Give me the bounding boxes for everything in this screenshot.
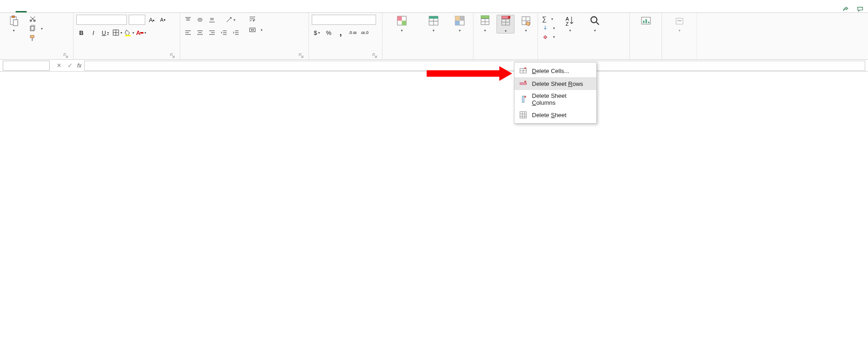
- comma-format-icon[interactable]: ,: [336, 28, 346, 38]
- svg-rect-36: [648, 22, 649, 23]
- cell-styles-icon: [454, 15, 466, 27]
- percent-format-icon[interactable]: %: [324, 28, 334, 38]
- format-painter-button[interactable]: [28, 34, 44, 42]
- svg-rect-1: [12, 16, 15, 17]
- svg-marker-44: [427, 66, 512, 72]
- bold-button[interactable]: B: [76, 28, 86, 38]
- clear-button[interactable]: ▾: [541, 33, 556, 40]
- delete-cells-mini-icon: [519, 67, 527, 72]
- align-middle-icon[interactable]: [195, 15, 205, 25]
- format-painter-icon: [29, 34, 36, 42]
- svg-point-32: [591, 17, 597, 23]
- svg-rect-34: [643, 21, 644, 23]
- number-dialog-launcher[interactable]: [372, 53, 377, 58]
- fx-icon[interactable]: fx: [76, 62, 84, 69]
- svg-text:.0: .0: [365, 30, 369, 35]
- merge-center-button[interactable]: ▾: [247, 26, 264, 34]
- tab-formulas[interactable]: [49, 9, 60, 12]
- accounting-format-icon[interactable]: $▾: [312, 28, 322, 38]
- font-size-select[interactable]: [129, 15, 145, 25]
- share-button[interactable]: [842, 6, 851, 12]
- svg-rect-35: [645, 19, 646, 23]
- tab-data[interactable]: [60, 9, 71, 12]
- align-right-icon[interactable]: [207, 28, 217, 38]
- align-bottom-icon[interactable]: [207, 15, 217, 25]
- font-dialog-launcher[interactable]: [170, 53, 175, 58]
- conditional-formatting-button[interactable]: ▾: [385, 15, 418, 33]
- decrease-font-icon[interactable]: A▾: [158, 15, 167, 24]
- cut-button[interactable]: [28, 15, 44, 23]
- svg-rect-38: [677, 20, 681, 21]
- svg-rect-17: [397, 16, 402, 21]
- delete-cells-button[interactable]: ▾: [497, 15, 514, 34]
- svg-rect-8: [32, 38, 33, 41]
- clipboard-dialog-launcher[interactable]: [63, 53, 69, 58]
- svg-rect-23: [460, 16, 464, 21]
- format-as-table-button[interactable]: ▾: [421, 15, 446, 33]
- copy-button[interactable]: ▾: [28, 24, 44, 33]
- wrap-text-button[interactable]: [247, 15, 264, 23]
- sensitivity-button[interactable]: ▾: [668, 15, 691, 33]
- paste-icon: [8, 15, 20, 27]
- cell-styles-button[interactable]: ▾: [449, 15, 470, 33]
- menu-delete-cells[interactable]: Delete Cells...: [514, 64, 596, 72]
- paste-button[interactable]: ▾: [3, 15, 25, 33]
- conditional-formatting-icon: [396, 15, 408, 27]
- tab-help[interactable]: [104, 9, 115, 12]
- underline-button[interactable]: U▾: [100, 28, 110, 38]
- format-as-table-icon: [428, 15, 440, 27]
- tab-file[interactable]: [5, 9, 16, 12]
- name-box[interactable]: [3, 61, 50, 71]
- align-center-icon[interactable]: [195, 28, 205, 38]
- sort-filter-button[interactable]: AZ ▾: [559, 15, 581, 33]
- fill-button[interactable]: ▾: [541, 24, 556, 32]
- font-color-button[interactable]: A▾: [136, 28, 146, 38]
- ribbon-tabs: [0, 0, 868, 13]
- autosum-button[interactable]: ∑ ▾: [541, 15, 556, 23]
- delete-cells-icon: [500, 15, 512, 27]
- borders-button[interactable]: ▾: [112, 28, 122, 38]
- increase-indent-icon[interactable]: [231, 28, 241, 38]
- tab-home[interactable]: [16, 7, 27, 12]
- italic-button[interactable]: I: [88, 28, 98, 38]
- align-left-icon[interactable]: [183, 28, 193, 38]
- format-cells-icon: [520, 15, 532, 27]
- svg-rect-18: [402, 21, 406, 25]
- svg-text:.00: .00: [352, 31, 357, 34]
- insert-cells-button[interactable]: ▾: [476, 15, 494, 33]
- enter-formula-icon[interactable]: ✓: [65, 61, 74, 70]
- tab-developer[interactable]: [93, 9, 104, 12]
- increase-font-icon[interactable]: A▴: [147, 15, 156, 24]
- analyze-data-button[interactable]: [635, 15, 657, 28]
- format-cells-button[interactable]: ▾: [517, 15, 535, 33]
- sigma-icon: ∑: [542, 15, 547, 23]
- fill-color-button[interactable]: ▾: [124, 28, 134, 38]
- comments-button[interactable]: [857, 6, 865, 12]
- tab-view[interactable]: [82, 9, 93, 12]
- find-select-button[interactable]: ▾: [584, 15, 606, 33]
- svg-text:Z: Z: [565, 21, 569, 27]
- tab-insert[interactable]: [27, 9, 38, 12]
- share-icon: [842, 6, 849, 12]
- font-name-select[interactable]: [76, 15, 127, 25]
- tab-review[interactable]: [71, 9, 82, 12]
- svg-rect-2: [13, 20, 18, 26]
- svg-text:.0: .0: [348, 30, 352, 35]
- ribbon: ▾ ▾: [0, 13, 868, 60]
- clear-icon: [542, 34, 548, 40]
- increase-decimal-icon[interactable]: .0.00: [348, 28, 358, 38]
- number-format-select[interactable]: [312, 15, 376, 25]
- svg-rect-37: [676, 18, 683, 24]
- decrease-decimal-icon[interactable]: .00.0: [360, 28, 370, 38]
- analyze-icon: [640, 15, 652, 27]
- alignment-dialog-launcher[interactable]: [298, 53, 304, 58]
- cancel-formula-icon[interactable]: ✕: [54, 61, 63, 70]
- delete-dropdown-menu: Delete Cells... Delete Sheet Rows Delete…: [514, 62, 597, 72]
- svg-text:.00: .00: [360, 31, 365, 34]
- decrease-indent-icon[interactable]: [219, 28, 229, 38]
- orientation-icon[interactable]: ▾: [225, 15, 235, 25]
- wrap-text-icon: [249, 15, 256, 23]
- comment-icon: [857, 6, 863, 12]
- align-top-icon[interactable]: [183, 15, 193, 25]
- tab-page-layout[interactable]: [38, 9, 49, 12]
